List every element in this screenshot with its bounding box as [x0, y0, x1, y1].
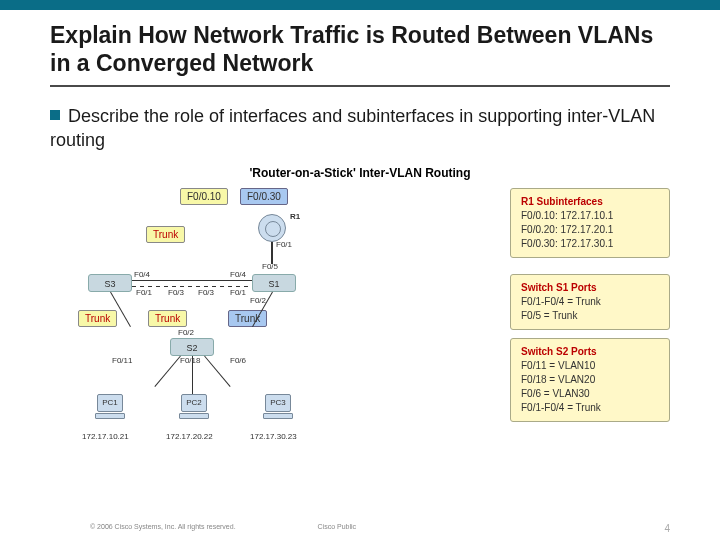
panel2-title: Switch S1 Ports — [521, 281, 659, 295]
label-f01c: F0/1 — [230, 288, 246, 297]
label-f04b: F0/4 — [230, 270, 246, 279]
slide-number: 4 — [664, 523, 670, 534]
link-s2-pc3 — [204, 356, 230, 387]
label-f05: F0/5 — [262, 262, 278, 271]
pc1-icon: PC1 — [92, 394, 128, 428]
panel2-l1: F0/1-F0/4 = Trunk — [521, 295, 659, 309]
link-r1-s1 — [271, 242, 273, 264]
panel3-title: Switch S2 Ports — [521, 345, 659, 359]
label-f06: F0/6 — [230, 356, 246, 365]
switch-s3: S3 — [88, 274, 132, 292]
panel-subinterfaces: R1 Subinterfaces F0/0.10: 172.17.10.1 F0… — [510, 188, 670, 258]
link-s3-s1-top — [132, 280, 252, 281]
label-f03b: F0/3 — [198, 288, 214, 297]
top-bar — [0, 0, 720, 10]
footer-public: Cisco Public — [318, 523, 357, 530]
label-f04a: F0/4 — [134, 270, 150, 279]
panel3-l4: F0/1-F0/4 = Trunk — [521, 401, 659, 415]
pc2-icon: PC2 — [176, 394, 212, 428]
panel1-l2: F0/0.20: 172.17.20.1 — [521, 223, 659, 237]
label-pc3: PC3 — [260, 398, 296, 407]
panel2-l2: F0/5 = Trunk — [521, 309, 659, 323]
label-ip2: 172.17.20.22 — [166, 432, 213, 441]
bullet-content: Describe the role of interfaces and subi… — [50, 106, 655, 149]
router-icon — [258, 214, 286, 242]
panel1-l3: F0/0.30: 172.17.30.1 — [521, 237, 659, 251]
label-f018: F0/18 — [180, 356, 200, 365]
label-pc2: PC2 — [176, 398, 212, 407]
panel1-l1: F0/0.10: 172.17.10.1 — [521, 209, 659, 223]
label-trunk-1: Trunk — [146, 226, 185, 243]
label-trunk-2: Trunk — [78, 310, 117, 327]
label-ip3: 172.17.30.23 — [250, 432, 297, 441]
label-trunk-3: Trunk — [148, 310, 187, 327]
panel-s2-ports: Switch S2 Ports F0/11 = VLAN10 F0/18 = V… — [510, 338, 670, 422]
panel-s1-ports: Switch S1 Ports F0/1-F0/4 = Trunk F0/5 =… — [510, 274, 670, 330]
link-s2-pc1 — [154, 356, 180, 387]
panel3-l2: F0/18 = VLAN20 — [521, 373, 659, 387]
figure-title: 'Router-on-a-Stick' Inter-VLAN Routing — [0, 166, 720, 180]
label-ip1: 172.17.10.21 — [82, 432, 129, 441]
label-f01: F0/1 — [276, 240, 292, 249]
bullet-text: Describe the role of interfaces and subi… — [0, 87, 720, 162]
label-pc1: PC1 — [92, 398, 128, 407]
pc3-icon: PC3 — [260, 394, 296, 428]
link-s3-s1-dash — [132, 286, 252, 287]
panel3-l3: F0/6 = VLAN30 — [521, 387, 659, 401]
switch-s1: S1 — [252, 274, 296, 292]
label-trunk-4: Trunk — [228, 310, 267, 327]
label-f0030: F0/0.30 — [240, 188, 288, 205]
slide-title: Explain How Network Traffic is Routed Be… — [0, 10, 720, 85]
label-f011: F0/11 — [112, 356, 132, 365]
panel1-title: R1 Subinterfaces — [521, 195, 659, 209]
switch-s2: S2 — [170, 338, 214, 356]
footer-copyright: © 2006 Cisco Systems, Inc. All rights re… — [90, 523, 236, 530]
bullet-icon — [50, 110, 60, 120]
panel3-l1: F0/11 = VLAN10 — [521, 359, 659, 373]
label-f02b: F0/2 — [178, 328, 194, 337]
label-f02: F0/2 — [250, 296, 266, 305]
label-f0010: F0/0.10 — [180, 188, 228, 205]
link-s2-pc2 — [192, 356, 193, 396]
label-f03: F0/3 — [168, 288, 184, 297]
network-diagram: F0/0.10 F0/0.30 R1 F0/1 Trunk F0/5 S3 S1… — [50, 188, 670, 478]
label-f01b: F0/1 — [136, 288, 152, 297]
label-r1: R1 — [290, 212, 300, 221]
footer: © 2006 Cisco Systems, Inc. All rights re… — [0, 523, 720, 534]
